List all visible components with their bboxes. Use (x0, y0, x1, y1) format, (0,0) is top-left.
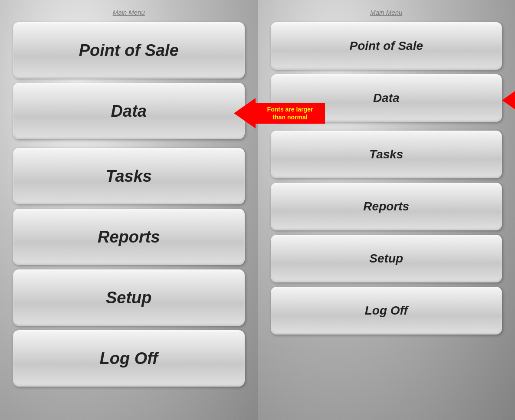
left-red-arrow: Fonts are larger than normal (234, 98, 325, 128)
left-logoff-button[interactable]: Log Off (13, 330, 245, 387)
right-data-arrow: Normal Font Size (502, 85, 515, 115)
left-arrow-body: Fonts are larger than normal (256, 103, 325, 124)
right-main-menu-label: Main Menu (370, 9, 402, 16)
right-arrow-head (502, 85, 515, 115)
right-logoff-button[interactable]: Log Off (271, 287, 502, 335)
left-arrow-head (234, 98, 256, 128)
right-panel: Main Menu Point of Sale Data Normal Font… (258, 0, 515, 420)
left-reports-button[interactable]: Reports (13, 209, 245, 265)
left-tasks-button[interactable]: Tasks (13, 148, 245, 204)
right-red-arrow: Normal Font Size (502, 85, 515, 115)
right-setup-button[interactable]: Setup (271, 235, 502, 282)
left-data-row: Data Fonts are larger than normal (13, 83, 245, 144)
left-pos-button[interactable]: Point of Sale (13, 22, 245, 79)
right-reports-button[interactable]: Reports (271, 183, 502, 230)
left-panel: Main Menu Point of Sale Data Fonts are l… (0, 0, 258, 420)
left-data-arrow: Fonts are larger than normal (234, 98, 325, 128)
left-setup-button[interactable]: Setup (13, 269, 245, 326)
left-data-button[interactable]: Data (13, 83, 245, 139)
right-pos-button[interactable]: Point of Sale (271, 22, 502, 70)
left-arrow-text: Fonts are larger than normal (262, 105, 318, 121)
left-main-menu-label: Main Menu (113, 9, 145, 16)
right-tasks-button[interactable]: Tasks (271, 131, 502, 178)
